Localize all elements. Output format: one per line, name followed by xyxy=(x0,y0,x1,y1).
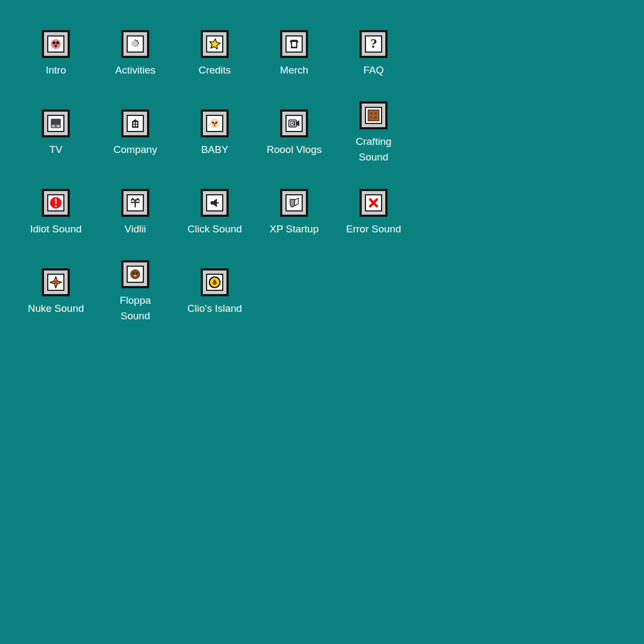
desktop-icon-vidlii[interactable]: Vidlii xyxy=(96,173,175,252)
desktop-icon-label: Activities xyxy=(115,62,156,78)
desktop-icon-baby[interactable]: BABY xyxy=(175,93,254,173)
baby-face-icon xyxy=(208,116,222,130)
desktop-icon-label: XP Startup xyxy=(269,221,319,237)
desktop-icon-tv[interactable]: TV xyxy=(16,93,96,173)
desktop-icon-label: Merch xyxy=(280,62,309,78)
desktop-icon-faq[interactable]: ? FAQ xyxy=(334,14,413,93)
desktop-icon-label: Nuke Sound xyxy=(28,301,84,316)
desktop-icon-credits[interactable]: Credits xyxy=(175,14,254,93)
desktop-icon-label: Company xyxy=(113,142,157,157)
explosion-star-icon xyxy=(49,275,63,289)
desktop-icon-label: Floppa Sound xyxy=(104,292,167,324)
desktop-icon-label: Intro xyxy=(46,62,66,78)
video-camera-icon xyxy=(287,116,301,130)
tshirt-icon xyxy=(287,37,301,51)
shield-flag-icon xyxy=(287,196,301,210)
crafting-table-icon xyxy=(367,108,380,122)
desktop-icon-label: Error Sound xyxy=(346,221,401,237)
desktop-icon-label: Credits xyxy=(199,62,231,78)
desktop-icon-clio-s-island[interactable]: Clio's Island xyxy=(175,252,254,332)
tv-icon xyxy=(49,116,63,130)
desktop-icon-xp-startup[interactable]: XP Startup xyxy=(254,173,334,252)
question-mark-icon: ? xyxy=(367,37,380,51)
coconut-island-icon xyxy=(208,275,222,289)
desktop-icon-label: Crafting Sound xyxy=(342,134,405,165)
desktop-icon-label: TV xyxy=(49,142,62,157)
star-icon xyxy=(208,37,222,51)
desktop-icon-company[interactable]: Company xyxy=(96,93,175,173)
desktop-icon-merch[interactable]: Merch xyxy=(254,14,334,93)
desktop-icon-label: Clio's Island xyxy=(187,301,242,316)
floppa-face-icon xyxy=(128,267,142,281)
desktop-icon-nuke-sound[interactable]: Nuke Sound xyxy=(16,252,96,332)
desktop-icon-label: Roool Vlogs xyxy=(267,142,321,157)
error-x-icon xyxy=(367,196,380,210)
speaker-icon xyxy=(208,196,222,210)
desktop-icon-error-sound[interactable]: Error Sound xyxy=(334,173,413,252)
desktop-icon-roool-vlogs[interactable]: Roool Vlogs xyxy=(254,93,334,173)
desktop-icon-activities[interactable]: Activities xyxy=(96,14,175,93)
face-sunglasses-icon xyxy=(49,37,63,51)
desktop-icon-floppa-sound[interactable]: Floppa Sound xyxy=(96,252,175,332)
exclamation-circle-icon xyxy=(49,196,63,210)
desktop-icon-label: Idiot Sound xyxy=(30,221,82,237)
antenna-icon xyxy=(128,196,142,210)
desktop-icon-crafting-sound[interactable]: Crafting Sound xyxy=(334,93,413,173)
building-icon xyxy=(128,116,142,130)
desktop-icon-idiot-sound[interactable]: Idiot Sound xyxy=(16,173,96,252)
desktop-icon-intro[interactable]: Intro xyxy=(16,14,96,93)
desktop-icon-label: Vidlii xyxy=(125,221,146,237)
svg-text:?: ? xyxy=(370,37,377,50)
desktop: Intro Activities Credits Merch ? FAQ xyxy=(16,14,413,332)
desktop-icon-label: Click Sound xyxy=(187,221,241,237)
desktop-icon-click-sound[interactable]: Click Sound xyxy=(175,173,254,252)
desktop-icon-label: BABY xyxy=(201,142,229,157)
gear-icon xyxy=(128,37,142,51)
desktop-icon-label: FAQ xyxy=(363,62,384,78)
